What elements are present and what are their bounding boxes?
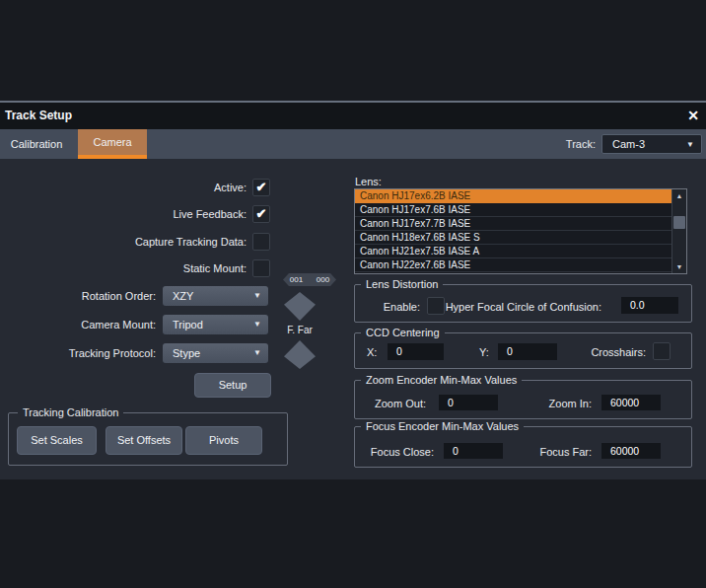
focus-close-input[interactable]: 0 bbox=[444, 443, 503, 459]
scrollbar-thumb[interactable] bbox=[673, 216, 685, 229]
live-feedback-checkbox[interactable]: ✔ bbox=[252, 205, 270, 223]
dialog-title: Track Setup bbox=[5, 103, 72, 129]
active-checkbox[interactable]: ✔ bbox=[252, 179, 270, 196]
lens-distortion-enable-checkbox[interactable]: ✔ bbox=[427, 297, 445, 315]
static-mount-checkbox[interactable]: ✔ bbox=[252, 259, 270, 277]
active-label: Active: bbox=[20, 179, 247, 196]
lens-distortion-title: Lens Distortion bbox=[361, 277, 443, 291]
tab-camera-label: Camera bbox=[93, 136, 131, 148]
title-bar: Track Setup bbox=[0, 103, 706, 129]
chevron-down-icon: ▼ bbox=[686, 135, 694, 155]
check-icon: ✔ bbox=[253, 206, 269, 221]
lens-item[interactable]: Canon HJ21ex7.5B IASE A bbox=[355, 245, 671, 258]
lens-item[interactable]: Canon HJ17ex7.7B IASE bbox=[355, 217, 671, 231]
crosshairs-label: Crosshairs: bbox=[557, 343, 646, 361]
ccd-x-input[interactable]: 0 bbox=[388, 343, 444, 360]
tab-bar: Calibration Camera Track: Cam-3 ▼ bbox=[0, 129, 706, 159]
zoom-out-input[interactable]: 0 bbox=[439, 395, 498, 410]
screen: Track Setup ✕ Calibration Camera Track: … bbox=[0, 0, 706, 588]
focus-close-label: Focus Close: bbox=[363, 443, 434, 461]
set-scales-button[interactable]: Set Scales bbox=[17, 426, 97, 455]
lens-item[interactable]: Canon HJ18ex7.6B IASE S bbox=[355, 231, 671, 245]
focus-far-input[interactable]: 60000 bbox=[601, 443, 661, 459]
rotation-order-label: Rotation Order: bbox=[2, 287, 156, 305]
capture-tracking-data-checkbox[interactable]: ✔ bbox=[252, 233, 270, 251]
live-feedback-label: Live Feedback: bbox=[20, 205, 247, 223]
scroll-down-icon[interactable]: ▼ bbox=[672, 260, 686, 273]
chevron-down-icon: ▼ bbox=[253, 286, 261, 306]
set-offsets-button[interactable]: Set Offsets bbox=[106, 426, 182, 455]
tab-camera[interactable]: Camera bbox=[78, 129, 147, 159]
close-icon[interactable]: ✕ bbox=[680, 103, 706, 129]
camera-mount-select[interactable]: Tripod ▼ bbox=[163, 315, 268, 334]
tab-calibration[interactable]: Calibration bbox=[0, 129, 73, 159]
rotation-order-select[interactable]: XZY ▼ bbox=[163, 286, 268, 306]
hyper-focal-label: Hyper Focal Circle of Confusion: bbox=[444, 298, 601, 316]
chevron-down-icon: ▼ bbox=[253, 315, 261, 334]
track-select-value: Cam-3 bbox=[612, 138, 645, 150]
chevron-down-icon: ▼ bbox=[253, 343, 261, 363]
lens-rows: Canon HJ17ex6.2B IASE Canon HJ17ex7.6B I… bbox=[355, 189, 671, 273]
lens-item[interactable]: Canon HJ17ex6.2B IASE bbox=[355, 189, 671, 203]
static-mount-label: Static Mount: bbox=[20, 259, 247, 277]
camera-mount-value: Tripod bbox=[173, 319, 203, 331]
lens-list: Canon HJ17ex6.2B IASE Canon HJ17ex7.6B I… bbox=[354, 188, 687, 274]
zoom-in-input[interactable]: 60000 bbox=[601, 395, 661, 410]
ccd-centering-title: CCD Centering bbox=[361, 326, 445, 339]
ccd-y-input[interactable]: 0 bbox=[498, 343, 557, 360]
hyper-focal-input[interactable]: 0.0 bbox=[621, 297, 678, 314]
scroll-up-icon[interactable]: ▲ bbox=[672, 189, 686, 202]
capture-tracking-data-label: Capture Tracking Data: bbox=[20, 233, 247, 251]
check-icon: ✔ bbox=[253, 180, 269, 194]
ccd-x-label: X: bbox=[367, 343, 377, 361]
pivots-button[interactable]: Pivots bbox=[185, 426, 262, 455]
f-far-label: F. Far bbox=[280, 322, 319, 339]
track-select[interactable]: Cam-3 ▼ bbox=[601, 134, 702, 154]
lens-item[interactable]: Canon HJ22ex7.6B IASE bbox=[355, 258, 671, 272]
crosshairs-checkbox[interactable]: ✔ bbox=[653, 342, 671, 360]
enable-label: Enable: bbox=[355, 298, 420, 316]
track-label: Track: bbox=[513, 135, 596, 153]
tracking-protocol-select[interactable]: Stype ▼ bbox=[163, 343, 268, 363]
tracking-protocol-value: Stype bbox=[173, 347, 200, 359]
setup-button[interactable]: Setup bbox=[194, 373, 271, 398]
rotation-order-value: XZY bbox=[173, 290, 193, 302]
zoom-out-label: Zoom Out: bbox=[365, 395, 426, 412]
zoom-in-label: Zoom In: bbox=[530, 395, 592, 412]
lens-item[interactable]: Canon HJ17ex7.6B IASE bbox=[355, 203, 671, 217]
zoom-encoder-title: Zoom Encoder Min-Max Values bbox=[361, 373, 522, 387]
camera-mount-label: Camera Mount: bbox=[2, 316, 156, 333]
ccd-y-label: Y: bbox=[479, 343, 489, 361]
tab-calibration-label: Calibration bbox=[11, 138, 63, 150]
tracking-calibration-title: Tracking Calibration bbox=[18, 405, 123, 419]
focus-encoder-title: Focus Encoder Min-Max Values bbox=[361, 419, 524, 433]
focus-far-label: Focus Far: bbox=[530, 443, 592, 461]
lens-scrollbar[interactable]: ▲ ▼ bbox=[671, 189, 686, 273]
tracking-protocol-label: Tracking Protocol: bbox=[2, 344, 156, 362]
